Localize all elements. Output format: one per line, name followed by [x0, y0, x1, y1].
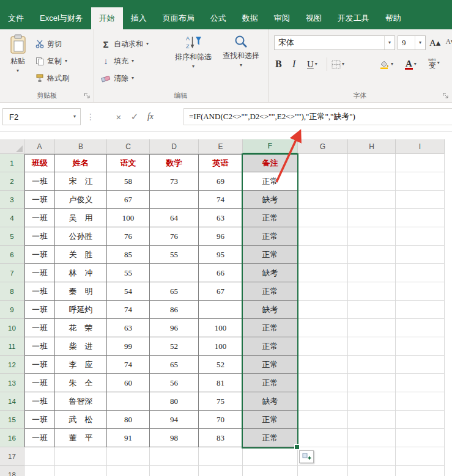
cell-F3[interactable]: 缺考	[243, 191, 298, 209]
tab-Excel与财务[interactable]: Excel与财务	[32, 7, 91, 29]
cell-F15[interactable]: 正常	[243, 411, 298, 429]
cell-C16[interactable]: 91	[107, 429, 150, 447]
cell-C14[interactable]	[107, 392, 150, 411]
cell-I10[interactable]	[396, 319, 445, 337]
cell-A2[interactable]: 一班	[24, 172, 55, 191]
row-header-16[interactable]: 16	[0, 429, 24, 447]
autofill-options-button[interactable]	[299, 450, 314, 463]
cell-H16[interactable]	[348, 429, 396, 447]
cell-A14[interactable]: 一班	[24, 392, 55, 411]
cell-H9[interactable]	[348, 301, 396, 319]
row-header-7[interactable]: 7	[0, 264, 24, 282]
cell-B3[interactable]: 卢俊义	[55, 191, 107, 209]
cell-F13[interactable]: 正常	[243, 374, 298, 392]
cell-F8[interactable]: 正常	[243, 282, 298, 301]
row-header-13[interactable]: 13	[0, 374, 24, 392]
cell-B16[interactable]: 董 平	[55, 429, 107, 447]
row-header-2[interactable]: 2	[0, 172, 24, 191]
cell-H18[interactable]	[348, 466, 396, 476]
cell-C6[interactable]: 85	[107, 246, 150, 264]
row-header-17[interactable]: 17	[0, 447, 24, 466]
row-header-9[interactable]: 9	[0, 301, 24, 319]
cell-G12[interactable]	[298, 356, 348, 374]
cell-C4[interactable]: 100	[107, 209, 150, 227]
cell-A9[interactable]: 一班	[24, 301, 55, 319]
cell-G9[interactable]	[298, 301, 348, 319]
cell-E14[interactable]: 75	[199, 392, 243, 411]
fill-button[interactable]: ↓ 填充 ▾	[101, 54, 134, 68]
cell-H11[interactable]	[348, 337, 396, 356]
cell-C1[interactable]: 语文	[107, 154, 150, 172]
cell-H2[interactable]	[348, 172, 396, 191]
cell-C10[interactable]: 63	[107, 319, 150, 337]
cell-H10[interactable]	[348, 319, 396, 337]
tab-页面布局[interactable]: 页面布局	[155, 7, 202, 29]
cell-A8[interactable]: 一班	[24, 282, 55, 301]
cell-C9[interactable]: 74	[107, 301, 150, 319]
cell-F10[interactable]: 正常	[243, 319, 298, 337]
row-header-18[interactable]: 18	[0, 466, 24, 476]
cell-F5[interactable]: 正常	[243, 227, 298, 246]
cell-F11[interactable]: 正常	[243, 337, 298, 356]
cell-F7[interactable]: 缺考	[243, 264, 298, 282]
tab-帮助[interactable]: 帮助	[377, 7, 409, 29]
clipboard-dialog-launcher-icon[interactable]	[84, 92, 91, 99]
cell-D6[interactable]: 55	[150, 246, 199, 264]
row-header-4[interactable]: 4	[0, 209, 24, 227]
cell-G5[interactable]	[298, 227, 348, 246]
col-header-B[interactable]: B	[55, 139, 107, 154]
row-header-11[interactable]: 11	[0, 337, 24, 356]
phonetic-guide-button[interactable]: wén 变 ▾	[428, 55, 440, 71]
cell-G7[interactable]	[298, 264, 348, 282]
cell-E13[interactable]: 81	[199, 374, 243, 392]
cell-G14[interactable]	[298, 392, 348, 411]
cell-E16[interactable]: 83	[199, 429, 243, 447]
cell-C18[interactable]	[107, 466, 150, 476]
cell-I8[interactable]	[396, 282, 445, 301]
grow-font-button[interactable]: A▴	[429, 37, 440, 48]
cell-C7[interactable]: 55	[107, 264, 150, 282]
tab-文件[interactable]: 文件	[0, 7, 32, 29]
cell-D14[interactable]: 80	[150, 392, 199, 411]
tab-视图[interactable]: 视图	[298, 7, 330, 29]
cell-F17[interactable]	[243, 447, 298, 466]
col-header-C[interactable]: C	[107, 139, 150, 154]
cell-F12[interactable]: 正常	[243, 356, 298, 374]
cell-H13[interactable]	[348, 374, 396, 392]
cell-A16[interactable]: 一班	[24, 429, 55, 447]
cell-E7[interactable]: 66	[199, 264, 243, 282]
cell-C12[interactable]: 74	[107, 356, 150, 374]
cell-E2[interactable]: 69	[199, 172, 243, 191]
cell-C8[interactable]: 54	[107, 282, 150, 301]
col-header-I[interactable]: I	[396, 139, 445, 154]
cell-H12[interactable]	[348, 356, 396, 374]
autosum-button[interactable]: Σ 自动求和 ▾	[101, 37, 149, 51]
cancel-button[interactable]: ×	[111, 108, 126, 125]
cell-B17[interactable]	[55, 447, 107, 466]
cell-B9[interactable]: 呼延灼	[55, 301, 107, 319]
cell-B2[interactable]: 宋 江	[55, 172, 107, 191]
cell-A5[interactable]: 一班	[24, 227, 55, 246]
cell-H7[interactable]	[348, 264, 396, 282]
fill-color-button[interactable]: ▾	[379, 56, 393, 72]
cell-B12[interactable]: 李 应	[55, 356, 107, 374]
cell-A12[interactable]: 一班	[24, 356, 55, 374]
cell-E1[interactable]: 英语	[199, 154, 243, 172]
cut-button[interactable]: 剪切	[35, 37, 62, 51]
cell-B10[interactable]: 花 荣	[55, 319, 107, 337]
tab-公式[interactable]: 公式	[202, 7, 234, 29]
cell-I4[interactable]	[396, 209, 445, 227]
col-header-H[interactable]: H	[348, 139, 396, 154]
cell-D7[interactable]	[150, 264, 199, 282]
cell-F6[interactable]: 正常	[243, 246, 298, 264]
cell-I9[interactable]	[396, 301, 445, 319]
name-box[interactable]: F2 ▾	[2, 108, 81, 125]
cell-G8[interactable]	[298, 282, 348, 301]
cell-E9[interactable]	[199, 301, 243, 319]
cell-H14[interactable]	[348, 392, 396, 411]
cell-I2[interactable]	[396, 172, 445, 191]
cell-G10[interactable]	[298, 319, 348, 337]
cell-F18[interactable]	[243, 466, 298, 476]
cell-C5[interactable]: 76	[107, 227, 150, 246]
cell-F16[interactable]: 正常	[243, 429, 298, 447]
